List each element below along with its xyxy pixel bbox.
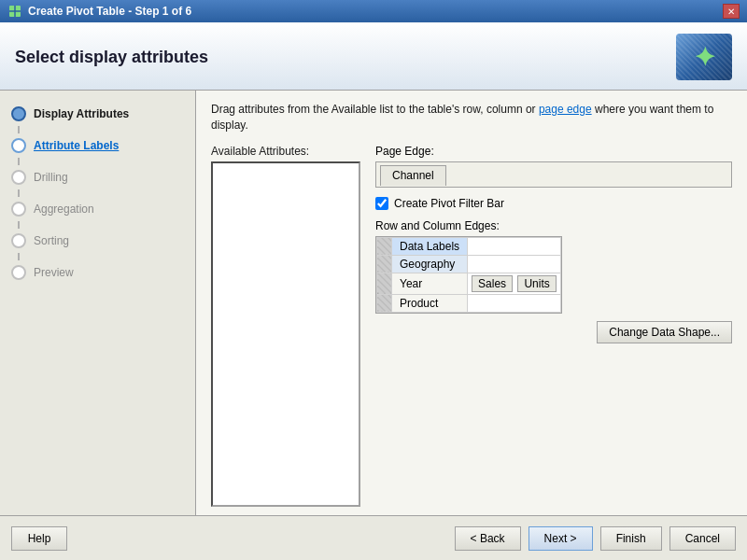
row-col-section: Row and Column Edges: Data Labels	[375, 219, 732, 314]
empty-cell-2	[468, 255, 561, 273]
title-bar-text: Create Pivot Table - Step 1 of 6	[28, 5, 191, 18]
cancel-button[interactable]: Cancel	[669, 526, 736, 551]
hatch-cell	[377, 237, 392, 255]
geography-cell[interactable]: Geography	[392, 255, 468, 273]
table-row: Geography	[377, 255, 561, 273]
dialog-footer: Help < Back Next > Finish Cancel	[0, 515, 747, 560]
title-bar-left: Create Pivot Table - Step 1 of 6	[7, 4, 191, 19]
sidebar-label-aggregation: Aggregation	[34, 203, 94, 216]
instruction-text: Drag attributes from the Available list …	[211, 102, 732, 133]
footer-right: < Back Next > Finish Cancel	[455, 526, 736, 551]
table-row: Data Labels	[377, 237, 561, 255]
empty-cell-1	[468, 237, 561, 255]
dialog: Select display attributes ✦ Display Attr…	[0, 22, 747, 560]
hatch-cell-4	[377, 294, 392, 312]
row-col-label: Row and Column Edges:	[375, 219, 732, 232]
step-indicator-5	[11, 233, 26, 248]
filter-bar-checkbox[interactable]	[375, 197, 388, 210]
main-content: Drag attributes from the Available list …	[196, 91, 747, 515]
sidebar: Display Attributes Attribute Labels Dril…	[0, 91, 196, 515]
pivot-grid: Data Labels Geography	[375, 236, 562, 314]
instruction-before: Drag attributes from the Available list …	[211, 103, 539, 116]
hatch-cell-3	[377, 273, 392, 294]
table-row: Year Sales Units	[377, 273, 561, 294]
sidebar-item-display-attributes[interactable]: Display Attributes	[0, 102, 195, 126]
available-attributes-panel: Available Attributes:	[211, 145, 360, 491]
step-connector-3	[18, 189, 20, 197]
sales-units-cell: Sales Units	[468, 273, 561, 294]
page-title: Select display attributes	[15, 48, 208, 67]
page-edge-box[interactable]: Channel	[375, 161, 732, 188]
change-data-shape-button[interactable]: Change Data Shape...	[597, 321, 732, 343]
page-edge-section: Page Edge: Channel	[375, 145, 732, 188]
step-connector-4	[18, 221, 20, 229]
step-indicator-3	[11, 170, 26, 185]
filter-bar-row: Create Pivot Filter Bar	[375, 197, 732, 210]
product-cell[interactable]: Product	[392, 294, 468, 312]
sales-tab[interactable]: Sales	[472, 275, 513, 292]
title-bar: Create Pivot Table - Step 1 of 6 ✕	[0, 0, 747, 22]
change-shape-area: Change Data Shape...	[375, 321, 732, 343]
sidebar-item-attribute-labels[interactable]: Attribute Labels	[0, 133, 195, 158]
app-icon	[7, 4, 22, 19]
step-connector-5	[18, 253, 20, 260]
filter-bar-label: Create Pivot Filter Bar	[394, 197, 504, 210]
available-attrs-label: Available Attributes:	[211, 145, 360, 158]
available-attrs-listbox[interactable]	[211, 161, 360, 507]
hatch-cell-2	[377, 255, 392, 273]
back-button[interactable]: < Back	[455, 526, 521, 551]
content-area: Available Attributes: Page Edge: Channel	[211, 145, 732, 491]
sidebar-item-preview[interactable]: Preview	[0, 260, 195, 285]
step-indicator	[11, 106, 26, 121]
sidebar-label-sorting: Sorting	[34, 234, 69, 247]
step-connector-2	[18, 158, 20, 165]
pivot-table: Data Labels Geography	[376, 237, 561, 313]
sidebar-label-drilling: Drilling	[34, 171, 68, 184]
step-dot	[16, 111, 21, 117]
help-button[interactable]: Help	[11, 526, 67, 551]
table-row: Product	[377, 294, 561, 312]
step-indicator-4	[11, 202, 26, 217]
sidebar-label-preview: Preview	[34, 266, 74, 279]
right-side-panel: Page Edge: Channel Create Pivot Filter B…	[375, 145, 732, 491]
step-indicator-2	[11, 138, 26, 153]
next-button[interactable]: Next >	[529, 526, 593, 551]
sidebar-item-label: Display Attributes	[34, 107, 129, 120]
sidebar-label-attr: Attribute Labels	[34, 139, 119, 152]
page-edge-label: Page Edge:	[375, 145, 732, 158]
logo-symbol: ✦	[694, 42, 715, 73]
close-button[interactable]: ✕	[723, 4, 740, 19]
channel-tab[interactable]: Channel	[380, 165, 446, 186]
sidebar-item-aggregation[interactable]: Aggregation	[0, 197, 195, 221]
dialog-header: Select display attributes ✦	[0, 22, 747, 91]
page-edge-link[interactable]: page edge	[539, 103, 592, 116]
footer-left: Help	[11, 526, 67, 551]
year-cell[interactable]: Year	[392, 273, 468, 294]
step-connector	[18, 126, 20, 133]
dialog-body: Display Attributes Attribute Labels Dril…	[0, 91, 747, 515]
step-indicator-6	[11, 265, 26, 280]
finish-button[interactable]: Finish	[600, 526, 662, 551]
data-labels-cell[interactable]: Data Labels	[392, 237, 468, 255]
units-tab[interactable]: Units	[517, 275, 556, 292]
header-logo: ✦	[676, 34, 732, 80]
empty-data-cell	[468, 294, 561, 312]
sidebar-item-sorting[interactable]: Sorting	[0, 229, 195, 253]
sidebar-item-drilling[interactable]: Drilling	[0, 165, 195, 189]
